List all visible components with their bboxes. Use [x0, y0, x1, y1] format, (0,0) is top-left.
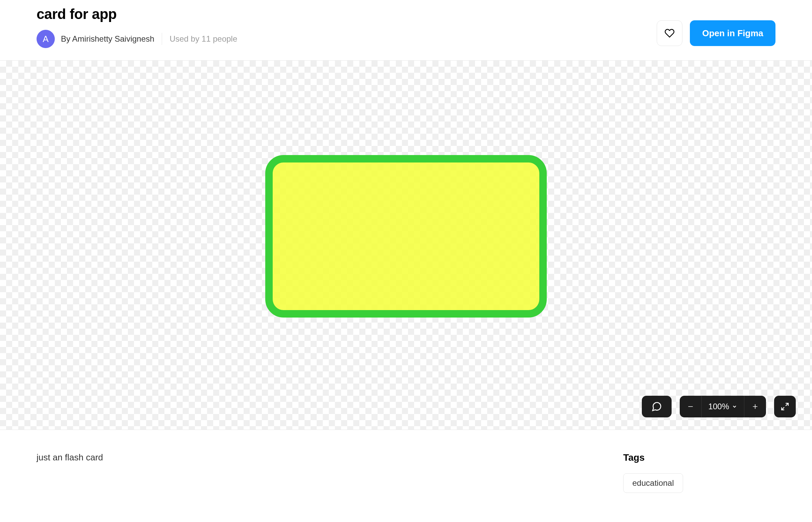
tags-heading: Tags — [623, 452, 775, 463]
comment-button[interactable] — [642, 396, 672, 417]
zoom-in-button[interactable] — [744, 396, 766, 417]
usage-count: Used by 11 people — [169, 34, 237, 44]
expand-icon — [780, 402, 789, 411]
author-name: By Amirishetty Saivignesh — [61, 34, 154, 44]
page-title: card for app — [37, 6, 237, 22]
like-button[interactable] — [657, 20, 682, 46]
fullscreen-button[interactable] — [774, 396, 796, 417]
heart-icon — [665, 28, 675, 38]
zoom-controls: 100% — [680, 396, 766, 417]
zoom-level-dropdown[interactable]: 100% — [702, 396, 744, 417]
open-in-figma-button[interactable]: Open in Figma — [690, 20, 775, 46]
vertical-divider — [162, 33, 162, 45]
author-link[interactable]: A By Amirishetty Saivignesh — [37, 30, 154, 48]
meta-row: A By Amirishetty Saivignesh Used by 11 p… — [37, 30, 237, 48]
author-avatar: A — [37, 30, 55, 48]
speech-bubble-icon — [651, 401, 662, 412]
canvas-preview[interactable]: 100% — [0, 60, 812, 430]
plus-icon — [752, 403, 758, 410]
tag-educational[interactable]: educational — [623, 473, 683, 493]
card-shape — [265, 155, 547, 318]
chevron-down-icon — [732, 404, 737, 409]
zoom-level-text: 100% — [708, 402, 729, 411]
minus-icon — [687, 403, 694, 410]
zoom-out-button[interactable] — [680, 396, 701, 417]
resource-description: just an flash card — [37, 452, 103, 463]
